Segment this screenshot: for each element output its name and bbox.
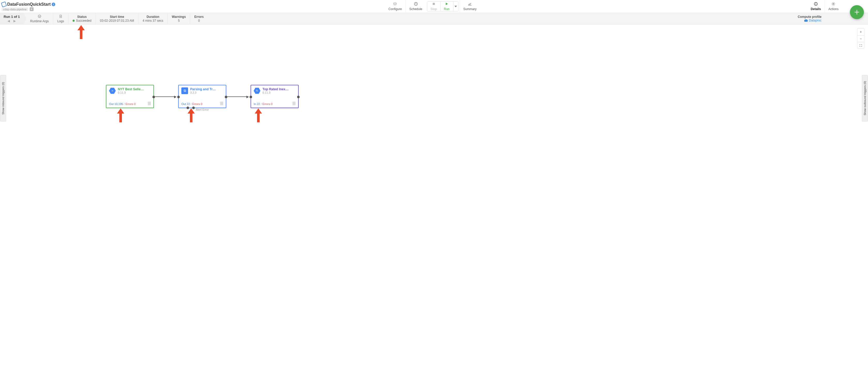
stop-label: Stop bbox=[430, 7, 437, 11]
actions-label: Actions bbox=[829, 7, 839, 11]
node-title-wrap: Parsing and Tr… 3.2.3 bbox=[190, 87, 216, 94]
sliders-icon bbox=[393, 2, 397, 7]
add-pipeline-fab[interactable] bbox=[850, 5, 864, 19]
pipeline-canvas[interactable]: + − Show inbound triggers (0) Show outbo… bbox=[0, 25, 868, 376]
zoom-out-button[interactable]: − bbox=[858, 35, 864, 42]
node-endpoint-out[interactable] bbox=[297, 96, 300, 98]
runtime-args-label: Runtime Args bbox=[30, 20, 49, 23]
node-version: 3.2.3 bbox=[190, 91, 216, 94]
svg-rect-1 bbox=[433, 3, 435, 5]
toolbar: Configure Schedule Stop Run bbox=[385, 0, 480, 13]
svg-rect-6 bbox=[815, 4, 816, 5]
svg-point-10 bbox=[256, 90, 257, 91]
node-stats: In 22 / Errors 0 bbox=[254, 103, 273, 106]
zoom-fit-button[interactable] bbox=[858, 42, 864, 49]
node-in-value: 22 bbox=[257, 103, 260, 106]
node-version: 0.11.3 bbox=[262, 91, 288, 94]
start-time-value: 03-02-2019 07:01:23 AM bbox=[100, 19, 134, 23]
plus-icon bbox=[854, 9, 860, 16]
node-endpoint-out[interactable] bbox=[152, 96, 155, 98]
start-time-label: Start time bbox=[110, 15, 124, 19]
pipeline-subrow: cdap-data-pipeline + bbox=[2, 7, 55, 11]
node-menu-button[interactable]: ☰ bbox=[220, 101, 224, 106]
wrangler-icon: ⧉ bbox=[181, 87, 188, 94]
info-icon[interactable]: i bbox=[52, 3, 55, 6]
configure-button[interactable]: Configure bbox=[385, 0, 405, 13]
pipeline-node-source[interactable]: = NYT Best Selle… 0.11.3 Out 10,195 / Er… bbox=[106, 85, 154, 108]
info-circle-icon bbox=[814, 2, 818, 7]
errors-block: Errors 0 bbox=[190, 13, 208, 24]
errors-value: 0 bbox=[198, 19, 200, 23]
warnings-block: Warnings 5 bbox=[168, 13, 190, 24]
connector-1-2 bbox=[155, 96, 176, 97]
chart-icon bbox=[468, 2, 472, 7]
outbound-triggers-label: Show outbound triggers (0) bbox=[863, 81, 866, 116]
status-dot-icon bbox=[72, 20, 75, 22]
node-title-wrap: Top Rated Inex… 0.11.3 bbox=[262, 87, 288, 94]
run-strip: Run 1 of 1 ◀ ▶ M Runtime Args Logs Statu… bbox=[0, 13, 868, 25]
node-header: Top Rated Inex… 0.11.3 bbox=[251, 85, 298, 95]
outbound-triggers-tab[interactable]: Show outbound triggers (0) bbox=[862, 75, 868, 121]
pipeline-identity: DataFusionQuickStart i cdap-data-pipelin… bbox=[0, 0, 58, 13]
node-stats: Out 10,195 / Errors 0 bbox=[109, 103, 135, 106]
node-title: NYT Best Selle… bbox=[118, 87, 144, 91]
node-out-value: 22 bbox=[187, 103, 190, 106]
logs-label: Logs bbox=[57, 20, 64, 23]
summary-button[interactable]: Summary bbox=[460, 0, 480, 13]
run-nav: ◀ ▶ bbox=[7, 19, 16, 23]
schedule-button[interactable]: Schedule bbox=[405, 0, 426, 13]
node-menu-button[interactable]: ☰ bbox=[292, 101, 296, 106]
status-label: Status bbox=[77, 15, 87, 19]
bigquery-source-icon: = bbox=[109, 87, 116, 94]
svg-point-7 bbox=[833, 3, 834, 4]
pipeline-node-transform[interactable]: ⧉ Parsing and Tr… 3.2.3 Out 22 / Errors … bbox=[178, 85, 226, 108]
pipeline-title: DataFusionQuickStart bbox=[7, 2, 51, 7]
details-button[interactable]: Details bbox=[807, 0, 824, 13]
node-endpoint-in[interactable] bbox=[250, 96, 252, 98]
node-err-value: 0 bbox=[134, 103, 135, 106]
compute-profile-link[interactable]: Dataproc bbox=[798, 19, 822, 22]
inbound-triggers-tab[interactable]: Show inbound triggers (0) bbox=[0, 75, 6, 121]
add-tag-button[interactable]: + bbox=[30, 7, 34, 11]
warnings-value: 5 bbox=[178, 19, 180, 23]
top-bar: DataFusionQuickStart i cdap-data-pipelin… bbox=[0, 0, 868, 13]
logs-button[interactable]: Logs bbox=[53, 13, 68, 24]
node-alert-error-label: Alert Error bbox=[196, 108, 209, 111]
node-err-label: Errors bbox=[126, 103, 133, 106]
run-group: Stop Run bbox=[427, 1, 459, 11]
node-title: Parsing and Tr… bbox=[190, 87, 216, 91]
node-endpoint-out[interactable] bbox=[225, 96, 227, 98]
run-button[interactable]: Run bbox=[440, 2, 453, 11]
app-logo-icon bbox=[1, 2, 7, 7]
gear-icon bbox=[831, 2, 835, 7]
zoom-in-button[interactable]: + bbox=[858, 28, 864, 35]
svg-marker-2 bbox=[446, 3, 448, 5]
pipeline-title-row: DataFusionQuickStart i bbox=[2, 2, 55, 7]
configure-label: Configure bbox=[388, 7, 402, 11]
svg-marker-3 bbox=[455, 6, 457, 7]
duration-block: Duration 4 mins 37 secs bbox=[138, 13, 168, 24]
inbound-triggers-label: Show inbound triggers (0) bbox=[2, 82, 5, 115]
bigquery-sink-icon bbox=[254, 87, 260, 94]
runtime-args-button[interactable]: M Runtime Args bbox=[24, 13, 53, 24]
node-out-label: Out bbox=[181, 103, 186, 106]
duration-value: 4 mins 37 secs bbox=[143, 19, 163, 23]
stop-button[interactable]: Stop bbox=[427, 2, 440, 11]
pipeline-type-tag: cdap-data-pipeline bbox=[2, 7, 28, 11]
pipeline-node-sink[interactable]: Top Rated Inex… 0.11.3 In 22 / Errors 0 … bbox=[251, 85, 299, 108]
node-title: Top Rated Inex… bbox=[262, 87, 288, 91]
fullscreen-icon bbox=[859, 44, 862, 47]
node-err-label: Errors bbox=[262, 103, 270, 106]
node-header: = NYT Best Selle… 0.11.3 bbox=[106, 85, 153, 95]
runtime-args-icon: M bbox=[37, 14, 41, 19]
run-dropdown-caret[interactable] bbox=[453, 2, 458, 11]
play-icon bbox=[444, 2, 449, 7]
actions-button[interactable]: Actions bbox=[825, 0, 842, 13]
stop-icon bbox=[432, 2, 436, 7]
node-menu-button[interactable]: ☰ bbox=[148, 101, 151, 106]
run-next-button[interactable]: ▶ bbox=[13, 19, 16, 23]
run-label: Run bbox=[444, 7, 450, 11]
node-endpoint-in[interactable] bbox=[177, 96, 180, 98]
node-version: 0.11.3 bbox=[118, 91, 144, 94]
run-prev-button[interactable]: ◀ bbox=[7, 19, 10, 23]
